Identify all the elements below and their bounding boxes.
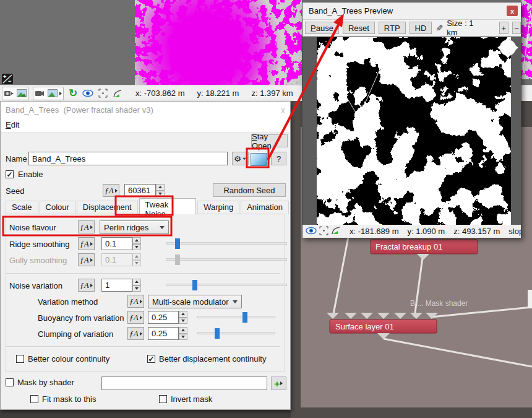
- add-mask-button[interactable]: +: [271, 377, 286, 390]
- slope-icon[interactable]: [331, 226, 341, 237]
- noise-variation-slider[interactable]: [166, 284, 287, 286]
- name-input[interactable]: Band_A_Trees: [28, 152, 228, 165]
- noise-flavour-dropdown[interactable]: Perlin ridges: [100, 220, 169, 234]
- node-network-toggle-icon[interactable]: + −: [2, 74, 13, 84]
- render-image-icon[interactable]: [16, 88, 27, 99]
- open-preview-button[interactable]: [251, 153, 267, 166]
- node-connection[interactable]: [431, 307, 532, 317]
- enable-checkbox[interactable]: ✓: [6, 170, 14, 178]
- clumping-fx-button[interactable]: ƒA: [127, 327, 144, 340]
- image-sequence-icon[interactable]: [47, 88, 58, 99]
- random-seed-button[interactable]: Random Seed: [213, 183, 286, 197]
- ridge-smoothing-fx-button[interactable]: ƒA: [78, 237, 95, 250]
- fit-mask-checkbox[interactable]: [30, 395, 38, 403]
- better-colour-checkbox[interactable]: [16, 355, 24, 363]
- preview-toolbar: Pause Reset RTP HD ✎ Size : 1 km + −: [302, 20, 521, 37]
- refresh-icon[interactable]: ↻: [67, 88, 79, 99]
- preview-titlebar[interactable]: Band_A_Trees Preview x: [302, 2, 521, 20]
- node-input-connectors[interactable]: [327, 313, 438, 319]
- eye-icon[interactable]: [82, 88, 93, 99]
- slider-handle[interactable]: [242, 312, 247, 323]
- node-output-connector[interactable]: [417, 254, 429, 260]
- gully-smoothing-fx-button: ƒA: [78, 253, 95, 266]
- node-connection[interactable]: [333, 237, 348, 317]
- clumping-input[interactable]: 0.25: [148, 327, 179, 340]
- chevron-down-icon: [160, 226, 165, 229]
- noise-preview-image[interactable]: [317, 37, 511, 225]
- movie-camera-icon[interactable]: [35, 88, 46, 99]
- gear-button[interactable]: ⚙: [232, 152, 249, 165]
- mask-shader-input[interactable]: [101, 377, 267, 390]
- preview-coord-y: y: 1.090 m: [408, 227, 445, 236]
- ridge-smoothing-input[interactable]: 0.1: [101, 237, 132, 250]
- node-output-connector[interactable]: [377, 333, 390, 339]
- mask-shader-label: Br... Mask shader: [410, 299, 468, 308]
- noise-variation-spinner[interactable]: [132, 279, 141, 292]
- slider-handle[interactable]: [215, 328, 220, 339]
- render-options-group: [33, 87, 64, 100]
- preview-coord-z: z: 493.157 m: [453, 227, 500, 236]
- help-button[interactable]: ?: [271, 152, 286, 165]
- node-partial[interactable]: [528, 290, 532, 308]
- slider-handle[interactable]: [175, 238, 180, 249]
- better-displacement-label: Better displacement continuity: [159, 354, 266, 364]
- render-camera-icon[interactable]: [4, 88, 15, 99]
- slider-handle[interactable]: [192, 280, 197, 290]
- buoyancy-spinner[interactable]: [179, 311, 187, 324]
- gully-smoothing-spinner: [132, 253, 141, 266]
- name-label: Name: [6, 154, 27, 163]
- enable-label: Enable: [18, 170, 43, 179]
- node-title: Surface layer 01: [335, 322, 394, 331]
- tab-tweak-noise[interactable]: Tweak Noise: [139, 198, 197, 214]
- dialog-close-icon[interactable]: x: [281, 105, 285, 115]
- noise-flavour-label: Noise flavour: [9, 223, 56, 232]
- preview-coord-slope: slope: [508, 227, 521, 236]
- better-displacement-checkbox[interactable]: ✓: [147, 355, 155, 363]
- ridge-smoothing-spinner[interactable]: [132, 237, 141, 250]
- seed-input[interactable]: 60361: [124, 184, 156, 197]
- tab-displacement[interactable]: Displacement: [77, 201, 138, 214]
- buoyancy-fx-button[interactable]: ƒA: [127, 311, 144, 324]
- noise-variation-fx-button[interactable]: ƒA: [78, 279, 95, 292]
- reset-button[interactable]: Reset: [343, 22, 375, 34]
- zoom-out-button[interactable]: −: [512, 22, 521, 34]
- clumping-spinner[interactable]: [179, 327, 187, 340]
- slope-icon[interactable]: [112, 88, 123, 99]
- buoyancy-slider[interactable]: [197, 316, 275, 318]
- tab-scale[interactable]: Scale: [6, 201, 38, 214]
- tab-animation[interactable]: Animation: [241, 201, 289, 214]
- pan-control[interactable]: [497, 37, 519, 59]
- coord-z: z: 1.397 km: [251, 89, 293, 98]
- stay-open-button[interactable]: Stay Open: [251, 134, 288, 147]
- hd-button[interactable]: HD: [410, 22, 432, 34]
- tab-colour[interactable]: Colour: [40, 201, 75, 214]
- eye-icon[interactable]: [306, 227, 317, 237]
- separator: [6, 346, 280, 347]
- node-connection[interactable]: [384, 339, 532, 367]
- buoyancy-input[interactable]: 0.25: [148, 311, 179, 324]
- shader-dialog: Band_A_Trees (Power fractal shader v3) x…: [0, 101, 291, 410]
- dropdown-arrow-icon[interactable]: [59, 92, 62, 95]
- seed-spinner[interactable]: [156, 184, 165, 197]
- seed-label: Seed: [6, 186, 24, 196]
- zoom-in-button[interactable]: +: [499, 22, 509, 34]
- brush-icon[interactable]: ✎: [434, 24, 444, 32]
- tab-warping[interactable]: Warping: [197, 201, 239, 214]
- noise-variation-input[interactable]: 1: [101, 279, 132, 292]
- ridge-smoothing-slider[interactable]: [166, 242, 287, 245]
- 3d-preview-viewport[interactable]: [135, 0, 302, 85]
- pause-button[interactable]: Pause: [305, 22, 339, 34]
- noise-flavour-fx-button[interactable]: ƒA: [78, 220, 95, 233]
- center-crosshair-icon[interactable]: [97, 88, 108, 99]
- seed-fx-button[interactable]: ƒA: [103, 184, 119, 197]
- mask-by-shader-checkbox[interactable]: [6, 378, 14, 386]
- variation-method-dropdown[interactable]: Multi-scale modulator: [148, 295, 242, 308]
- variation-method-fx-button[interactable]: ƒA: [127, 295, 144, 308]
- clumping-slider[interactable]: [197, 332, 275, 334]
- center-crosshair-icon[interactable]: [319, 226, 328, 237]
- close-icon[interactable]: x: [507, 6, 518, 16]
- invert-mask-checkbox[interactable]: [159, 395, 167, 403]
- rtp-button[interactable]: RTP: [379, 22, 406, 34]
- menu-edit[interactable]: Edit: [6, 120, 19, 129]
- preview-coord-x: x: -181.689 m: [350, 227, 399, 236]
